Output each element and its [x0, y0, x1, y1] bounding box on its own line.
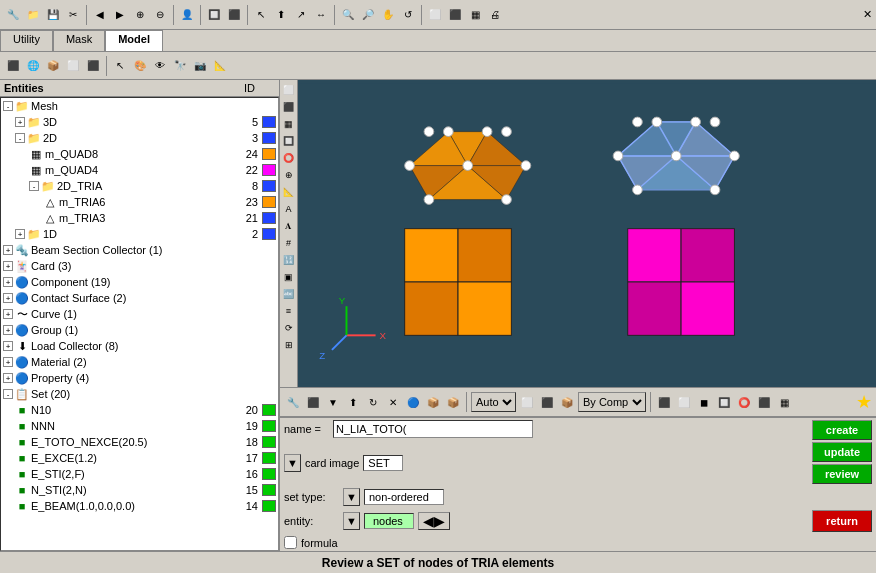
btoolbar-icon-5[interactable]: ↻	[364, 393, 382, 411]
mesh-icon-2[interactable]: 📦	[558, 393, 576, 411]
tree-item-mesh[interactable]: - 📁 Mesh	[1, 98, 278, 114]
toolbar2-icon-4[interactable]: ⬜	[64, 57, 82, 75]
tree-item-curve[interactable]: + 〜 Curve (1)	[1, 306, 278, 322]
tree-item-2dtria[interactable]: - 📁 2D_TRIA 8	[1, 178, 278, 194]
review-button[interactable]: review	[812, 464, 872, 484]
toolbar-icon-12[interactable]: ⬆	[272, 6, 290, 24]
expand-component[interactable]: +	[3, 277, 13, 287]
tree-item-3d[interactable]: + 📁 3D 5	[1, 114, 278, 130]
view-icon-1[interactable]: ⬜	[281, 82, 297, 98]
toolbar-icon-9[interactable]: 🔲	[205, 6, 223, 24]
expand-set[interactable]: -	[3, 389, 13, 399]
tab-mask[interactable]: Mask	[53, 30, 105, 51]
toolbar2-icon-6[interactable]: 🎨	[131, 57, 149, 75]
return-button[interactable]: return	[812, 510, 872, 532]
toolbar-icon-2[interactable]: 📁	[24, 6, 42, 24]
tree-item-eexce[interactable]: ■ E_EXCE(1.2) 17	[1, 450, 278, 466]
tree-item-etoto[interactable]: ■ E_TOTO_NEXCE(20.5) 18	[1, 434, 278, 450]
expand-property[interactable]: +	[3, 373, 13, 383]
toolbar-icon-1[interactable]: 🔧	[4, 6, 22, 24]
tree-item-contactsurface[interactable]: + 🔵 Contact Surface (2)	[1, 290, 278, 306]
card-image-dropdown[interactable]: ▼	[284, 454, 301, 472]
tree-item-ebeam[interactable]: ■ E_BEAM(1.0,0.0,0.0) 14	[1, 498, 278, 514]
tree-item-loadcollector[interactable]: + ⬇ Load Collector (8)	[1, 338, 278, 354]
tree-item-component[interactable]: + 🔵 Component (19)	[1, 274, 278, 290]
view-icon-12[interactable]: ▣	[281, 269, 297, 285]
view-icon-13[interactable]: 🔤	[281, 286, 297, 302]
tree-item-beamsection[interactable]: + 🔩 Beam Section Collector (1)	[1, 242, 278, 258]
expand-2dtria[interactable]: -	[29, 181, 39, 191]
expand-card[interactable]: +	[3, 261, 13, 271]
view-icon-10[interactable]: #	[281, 235, 297, 251]
btoolbar-icon-11[interactable]: ⬛	[538, 393, 556, 411]
tree-item-group[interactable]: + 🔵 Group (1)	[1, 322, 278, 338]
view-icon-11[interactable]: 🔢	[281, 252, 297, 268]
toolbar-icon-4[interactable]: ✂	[64, 6, 82, 24]
toolbar-icon-15[interactable]: 🔍	[339, 6, 357, 24]
expand-1d[interactable]: +	[15, 229, 25, 239]
toolbar2-icon-10[interactable]: 📐	[211, 57, 229, 75]
window-close[interactable]: ✕	[863, 8, 872, 21]
view-icon-7[interactable]: 📐	[281, 184, 297, 200]
toolbar2-icon-8[interactable]: 🔭	[171, 57, 189, 75]
view-icon-2[interactable]: ⬛	[281, 99, 297, 115]
tab-model[interactable]: Model	[105, 30, 163, 51]
entities-tree[interactable]: - 📁 Mesh + 📁 3D 5 - 📁 2D 3	[0, 97, 279, 551]
create-button[interactable]: create	[812, 420, 872, 440]
toolbar-icon-10[interactable]: ⬛	[225, 6, 243, 24]
btoolbar-icon-18[interactable]: ▦	[775, 393, 793, 411]
tree-item-mquad8[interactable]: ▦ m_QUAD8 24	[1, 146, 278, 162]
expand-group[interactable]: +	[3, 325, 13, 335]
expand-mesh[interactable]: -	[3, 101, 13, 111]
btoolbar-icon-13[interactable]: ⬜	[675, 393, 693, 411]
view-icon-9[interactable]: 𝐀	[281, 218, 297, 234]
expand-beamsection[interactable]: +	[3, 245, 13, 255]
btoolbar-icon-10[interactable]: ⬜	[518, 393, 536, 411]
toolbar2-icon-7[interactable]: 👁	[151, 57, 169, 75]
toolbar-icon-11[interactable]: ↖	[252, 6, 270, 24]
toolbar2-cursor[interactable]: ↖	[111, 57, 129, 75]
btoolbar-icon-16[interactable]: ⭕	[735, 393, 753, 411]
auto-dropdown[interactable]: Auto	[471, 392, 516, 412]
tab-utility[interactable]: Utility	[0, 30, 53, 51]
toolbar-icon-6[interactable]: ▶	[111, 6, 129, 24]
btoolbar-icon-3[interactable]: ▼	[324, 393, 342, 411]
tree-item-1d[interactable]: + 📁 1D 2	[1, 226, 278, 242]
toolbar2-icon-2[interactable]: 🌐	[24, 57, 42, 75]
view-icon-4[interactable]: 🔲	[281, 133, 297, 149]
toolbar2-icon-9[interactable]: 📷	[191, 57, 209, 75]
btoolbar-icon-1[interactable]: 🔧	[284, 393, 302, 411]
toolbar-icon-5[interactable]: ◀	[91, 6, 109, 24]
tree-item-set[interactable]: - 📋 Set (20)	[1, 386, 278, 402]
btoolbar-icon-14[interactable]: ◼	[695, 393, 713, 411]
view-icon-3[interactable]: ▦	[281, 116, 297, 132]
toolbar2-icon-1[interactable]: ⬛	[4, 57, 22, 75]
view-icon-5[interactable]: ⭕	[281, 150, 297, 166]
update-button[interactable]: update	[812, 442, 872, 462]
expand-3d[interactable]: +	[15, 117, 25, 127]
toolbar-icon-17[interactable]: ✋	[379, 6, 397, 24]
tree-item-n10[interactable]: ■ N10 20	[1, 402, 278, 418]
bycomp-dropdown[interactable]: By Comp	[578, 392, 646, 412]
star-icon[interactable]: ★	[856, 391, 872, 413]
entity-dropdown[interactable]: ▼	[343, 512, 360, 530]
btoolbar-icon-17[interactable]: ⬛	[755, 393, 773, 411]
view-icon-8[interactable]: A	[281, 201, 297, 217]
view-icon-6[interactable]: ⊕	[281, 167, 297, 183]
toolbar-icon-20[interactable]: ⬛	[446, 6, 464, 24]
tree-item-property[interactable]: + 🔵 Property (4)	[1, 370, 278, 386]
btoolbar-icon-4[interactable]: ⬆	[344, 393, 362, 411]
toolbar2-icon-5[interactable]: ⬛	[84, 57, 102, 75]
expand-contactsurface[interactable]: +	[3, 293, 13, 303]
toolbar-icon-8[interactable]: ⊖	[151, 6, 169, 24]
formula-checkbox[interactable]	[284, 536, 297, 549]
btoolbar-icon-7[interactable]: 🔵	[404, 393, 422, 411]
toolbar-icon-13[interactable]: ↗	[292, 6, 310, 24]
name-input[interactable]	[333, 420, 533, 438]
expand-material[interactable]: +	[3, 357, 13, 367]
view-icon-14[interactable]: ≡	[281, 303, 297, 319]
toolbar-icon-21[interactable]: ▦	[466, 6, 484, 24]
tree-item-esti[interactable]: ■ E_STI(2,F) 16	[1, 466, 278, 482]
toolbar2-icon-3[interactable]: 📦	[44, 57, 62, 75]
entity-nav-button[interactable]: ◀▶	[418, 512, 450, 530]
